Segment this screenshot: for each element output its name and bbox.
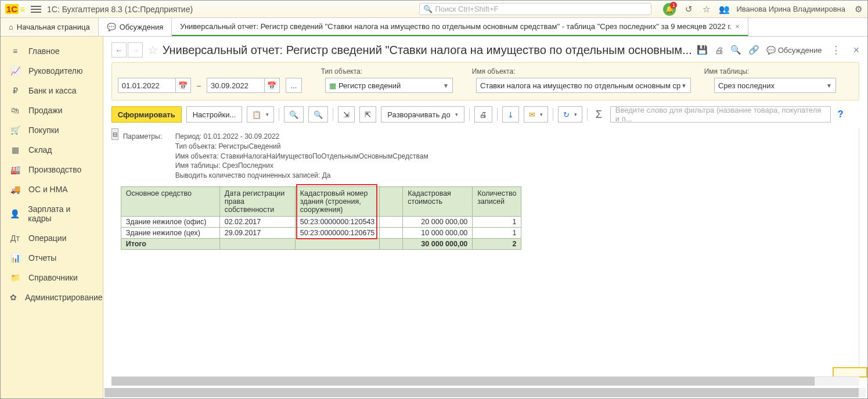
cell-cnt: 1	[473, 216, 521, 227]
global-search[interactable]: 🔍 Поиск Ctrl+Shift+F	[419, 3, 651, 15]
params-label: Параметры:	[123, 132, 175, 142]
date-from-input[interactable]: 01.01.2022	[118, 78, 176, 93]
sidebar-item[interactable]: 📊Отчеты	[1, 248, 103, 268]
nav-forward-button[interactable]: →	[128, 42, 143, 57]
sidebar-label: Покупки	[28, 125, 59, 135]
preview-icon[interactable]: 🔍	[730, 45, 741, 55]
cell-date: 02.02.2017	[219, 216, 295, 227]
date-to-input[interactable]: 30.09.2022	[207, 78, 265, 93]
inner-scrollbar[interactable]	[111, 376, 859, 386]
sidebar-icon: ✿	[10, 293, 17, 302]
sidebar-label: Склад	[28, 145, 52, 154]
settings-label: Настройки...	[193, 110, 236, 119]
more-icon[interactable]: ⋮	[831, 44, 841, 56]
collapse-icon: ⇱	[365, 110, 371, 119]
sidebar-icon: ▦	[10, 145, 20, 154]
sidebar-item[interactable]: 🛒Покупки	[1, 120, 103, 140]
app-logo: 1C≡	[5, 4, 25, 14]
user-name[interactable]: Иванова Ирина Владимировна	[736, 5, 845, 13]
nav-back-button[interactable]: ←	[111, 42, 127, 57]
cell-cnt: 1	[473, 227, 521, 238]
param-type: Тип объекта: РегистрыСведений	[175, 142, 281, 150]
settings-button[interactable]: Настройки...	[186, 106, 243, 123]
variants-button[interactable]: 📋▾	[247, 106, 274, 123]
sidebar-item[interactable]: ДтОперации	[1, 228, 103, 248]
collapse-all-button[interactable]: ⇱	[359, 106, 376, 123]
sidebar-icon: ≡	[10, 46, 20, 56]
tab-home[interactable]: ⌂ Начальная страница	[1, 18, 99, 36]
report-parameters: Параметры:Период: 01.01.2022 - 30.09.202…	[121, 128, 859, 184]
help-icon[interactable]: ?	[838, 109, 844, 120]
discuss-button[interactable]: 💬 Обсуждение	[766, 46, 822, 55]
sidebar-item[interactable]: 📁Справочники	[1, 268, 103, 287]
sidebar-item[interactable]: ≡Главное	[1, 41, 103, 61]
sidebar-item[interactable]: 👤Зарплата и кадры	[1, 199, 103, 228]
sidebar-item[interactable]: ▦Склад	[1, 140, 103, 160]
find-next-button[interactable]: 🔍	[308, 106, 328, 123]
users-icon[interactable]: 👥	[719, 4, 728, 15]
sidebar-icon: 🛒	[10, 125, 20, 135]
sidebar-item[interactable]: 📈Руководителю	[1, 61, 103, 81]
favorite-star-icon[interactable]: ☆	[147, 43, 158, 57]
filter-panel: Тип объекта: Имя объекта: Имя таблицы: 0…	[111, 62, 859, 100]
expand-to-button[interactable]: Разворачивать до▾	[381, 106, 464, 123]
sidebar-icon: 📁	[10, 273, 20, 282]
form-button[interactable]: Сформировать	[111, 106, 182, 123]
date-dash: –	[197, 81, 201, 90]
cell-cost: 10 000 000,00	[403, 227, 473, 238]
sidebar-label: Производство	[28, 165, 81, 174]
calendar-to-icon[interactable]: 📅	[265, 78, 280, 93]
find-button[interactable]: 🔍	[284, 106, 304, 123]
save-icon[interactable]: 💾	[697, 45, 708, 55]
table-row[interactable]: Здание нежилое (офис)02.02.201750:23:000…	[121, 216, 521, 227]
report-area: ⊟ Параметры:Период: 01.01.2022 - 30.09.2…	[111, 128, 859, 372]
print-button[interactable]: 🖨	[474, 106, 492, 123]
tab-report[interactable]: Универсальный отчет: Регистр сведений "С…	[172, 18, 748, 36]
expand-all-button[interactable]: ⇲	[338, 106, 355, 123]
sidebar-icon: ₽	[10, 86, 20, 95]
tab-discussions[interactable]: 💬 Обсуждения	[99, 18, 172, 36]
outer-scrollbar[interactable]	[105, 388, 866, 397]
close-icon[interactable]: ×	[853, 44, 859, 56]
object-type-select[interactable]: ▦Регистр сведений ▼	[325, 78, 453, 93]
sidebar-icon: 🏭	[10, 165, 20, 174]
save-button[interactable]: ⤓	[502, 106, 519, 123]
sidebar-item[interactable]: 🏭Производство	[1, 160, 103, 179]
sidebar-item[interactable]: 🚚ОС и НМА	[1, 179, 103, 199]
param-obj: Имя объекта: СтавкиНалогаНаИмуществоПоОт…	[175, 152, 428, 160]
cell-cost: 20 000 000,00	[403, 216, 473, 227]
history-icon[interactable]: ↺	[684, 4, 693, 15]
th-os: Основное средство	[121, 186, 219, 216]
expand-icon: ⇲	[343, 110, 350, 119]
object-name-select[interactable]: Ставки налога на имущество по отдельным …	[476, 78, 691, 93]
cell-os: Здание нежилое (офис)	[121, 216, 219, 227]
menu-icon[interactable]	[31, 6, 41, 13]
print-icon[interactable]: 🖨	[715, 45, 723, 55]
th-kad: Кадастровый номер здания (строения, соор…	[295, 186, 380, 216]
chevron-down-icon: ▼	[443, 82, 449, 89]
sidebar-item[interactable]: ₽Банк и касса	[1, 81, 103, 100]
table-name-select[interactable]: Срез последних ▼	[714, 78, 836, 93]
collapse-handle[interactable]: ⊟	[111, 128, 118, 140]
total-cost: 30 000 000,00	[403, 238, 473, 249]
cell-empty	[380, 216, 403, 227]
period-picker-button[interactable]: ...	[286, 78, 302, 93]
settings-icon[interactable]: ⚙	[853, 4, 863, 15]
sidebar-item[interactable]: ✿Администрирование	[1, 287, 103, 307]
sidebar-item[interactable]: 🛍Продажи	[1, 100, 103, 120]
favorite-icon[interactable]: ☆	[701, 4, 711, 15]
label-table-name: Имя таблицы:	[704, 67, 820, 76]
cell-date: 29.09.2017	[219, 227, 295, 238]
link-icon[interactable]: 🔗	[748, 45, 759, 55]
tab-close-icon[interactable]: ×	[735, 22, 740, 31]
sidebar-label: Зарплата и кадры	[28, 204, 93, 223]
sidebar-icon: 🚚	[10, 185, 20, 194]
label-object-type: Тип объекта:	[321, 67, 466, 76]
table-row[interactable]: Здание нежилое (цех)29.09.201750:23:0000…	[121, 227, 521, 238]
notifications-bell-icon[interactable]: 🔔1	[663, 3, 676, 16]
filter-input[interactable]: Введите слово для фильтра (название това…	[610, 106, 831, 123]
refresh-button[interactable]: ↻▾	[558, 106, 582, 123]
email-button[interactable]: ✉▾	[524, 106, 548, 123]
calendar-from-icon[interactable]: 📅	[176, 78, 191, 93]
object-type-value: Регистр сведений	[338, 81, 401, 90]
